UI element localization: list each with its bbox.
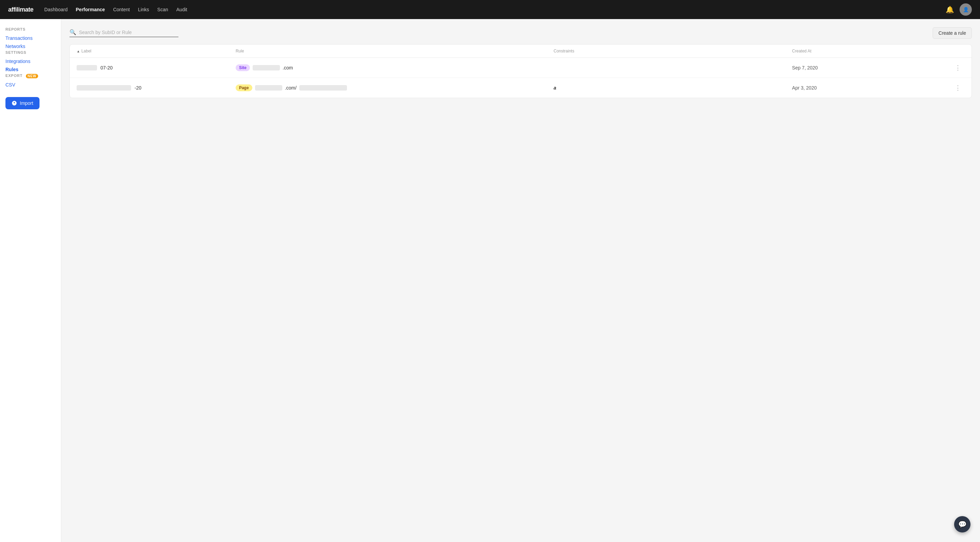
- label-placeholder-1: [76, 65, 97, 70]
- sidebar-item-csv[interactable]: CSV: [5, 81, 56, 89]
- date-cell-1: Sep 7, 2020: [792, 65, 951, 70]
- logo[interactable]: affilimate: [8, 6, 33, 13]
- sidebar-item-rules[interactable]: Rules: [5, 65, 56, 73]
- sidebar-section-settings: SETTINGS Integrations Rules: [5, 50, 56, 73]
- avatar[interactable]: 👤: [959, 3, 972, 16]
- bell-icon[interactable]: 🔔: [946, 5, 954, 14]
- create-rule-button[interactable]: Create a rule: [933, 27, 972, 39]
- upload-icon: [11, 100, 17, 106]
- col-constraints-header: Constraints: [554, 49, 792, 54]
- layout: REPORTS Transactions Networks SETTINGS I…: [0, 19, 980, 542]
- col-createdat-header: Created At: [792, 49, 951, 54]
- search-input[interactable]: [79, 30, 178, 35]
- constraints-cell-2: a: [554, 85, 792, 91]
- table-header: ▲ Label Rule Constraints Created At: [70, 45, 972, 58]
- sidebar: REPORTS Transactions Networks SETTINGS I…: [0, 19, 61, 542]
- nav-links[interactable]: Links: [138, 5, 149, 14]
- nav-content[interactable]: Content: [113, 5, 130, 14]
- more-button-2[interactable]: ⋮: [951, 83, 965, 93]
- sidebar-section-export: EXPORT NEW CSV: [5, 73, 56, 89]
- col-actions-header: [951, 49, 965, 54]
- sidebar-section-export-title: EXPORT NEW: [5, 73, 56, 78]
- nav-performance[interactable]: Performance: [76, 5, 105, 14]
- col-label-header: ▲ Label: [76, 49, 235, 54]
- sidebar-section-reports: REPORTS Transactions Networks: [5, 27, 56, 50]
- badge-site-1: Site: [235, 64, 250, 71]
- sidebar-item-networks[interactable]: Networks: [5, 42, 56, 50]
- topnav: affilimate Dashboard Performance Content…: [0, 0, 980, 19]
- date-cell-2: Apr 3, 2020: [792, 85, 951, 91]
- rule-url-placeholder-1: [253, 65, 280, 70]
- rule-url-placeholder-2b: [299, 85, 347, 91]
- chat-button[interactable]: 💬: [954, 516, 970, 532]
- sidebar-section-settings-title: SETTINGS: [5, 50, 56, 54]
- rule-url-text-2: .com/: [285, 85, 297, 91]
- amazon-icon: a: [554, 85, 557, 91]
- more-button-1[interactable]: ⋮: [951, 63, 965, 73]
- badge-page-2: Page: [235, 84, 252, 91]
- label-placeholder-2: [76, 85, 131, 91]
- label-text-1: 07-20: [100, 65, 113, 70]
- nav-scan[interactable]: Scan: [158, 5, 168, 14]
- label-cell-1: 07-20: [76, 65, 235, 70]
- rule-url-placeholder-2: [255, 85, 282, 91]
- sort-icon: ▲: [76, 49, 80, 53]
- toolbar: 🔍 Create a rule: [70, 27, 972, 39]
- sidebar-section-reports-title: REPORTS: [5, 27, 56, 31]
- col-rule-header: Rule: [235, 49, 554, 54]
- rule-url-text-1: .com: [283, 65, 293, 70]
- sidebar-item-transactions[interactable]: Transactions: [5, 34, 56, 42]
- import-button[interactable]: Import: [5, 97, 40, 109]
- import-label: Import: [20, 100, 33, 106]
- search-wrapper: 🔍: [70, 29, 178, 37]
- col-label-text: Label: [81, 49, 91, 54]
- rules-table: ▲ Label Rule Constraints Created At 07-2…: [70, 44, 972, 98]
- nav-dashboard[interactable]: Dashboard: [44, 5, 68, 14]
- topnav-right: 🔔 👤: [946, 3, 972, 16]
- chat-icon: 💬: [958, 520, 967, 528]
- nav-links: Dashboard Performance Content Links Scan…: [44, 5, 946, 14]
- table-row: -20 Page .com/ a Apr 3, 2020 ⋮: [70, 78, 972, 98]
- nav-audit[interactable]: Audit: [177, 5, 187, 14]
- main-content: 🔍 Create a rule ▲ Label Rule Constraints…: [61, 19, 980, 542]
- label-cell-2: -20: [76, 85, 235, 91]
- new-badge: NEW: [26, 74, 38, 78]
- rule-cell-1: Site .com: [235, 64, 554, 71]
- rule-cell-2: Page .com/: [235, 84, 554, 91]
- label-text-2: -20: [135, 85, 141, 91]
- search-icon: 🔍: [70, 29, 76, 35]
- sidebar-item-integrations[interactable]: Integrations: [5, 57, 56, 65]
- table-row: 07-20 Site .com Sep 7, 2020 ⋮: [70, 58, 972, 78]
